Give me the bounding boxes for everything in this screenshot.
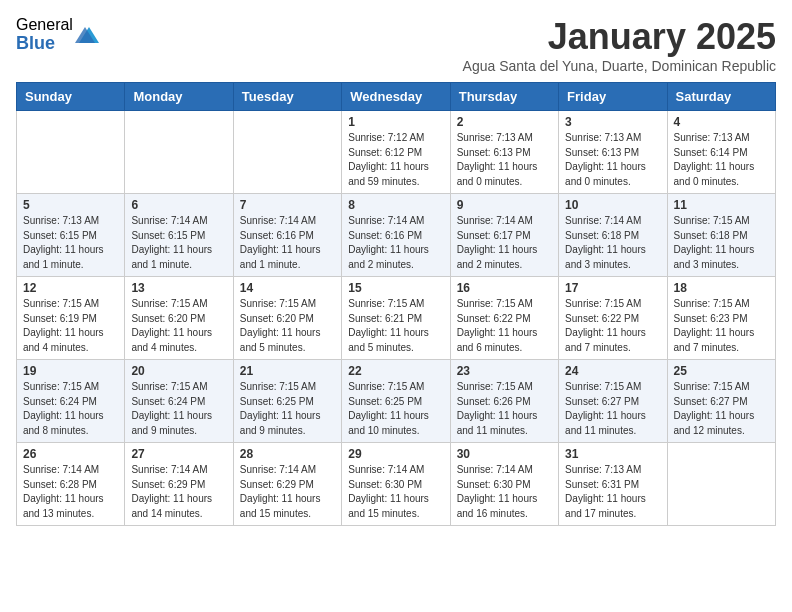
calendar-cell: 24Sunrise: 7:15 AM Sunset: 6:27 PM Dayli… xyxy=(559,360,667,443)
day-number: 3 xyxy=(565,115,660,129)
day-info: Sunrise: 7:13 AM Sunset: 6:31 PM Dayligh… xyxy=(565,463,660,521)
day-of-week-header: Thursday xyxy=(450,83,558,111)
calendar-cell: 16Sunrise: 7:15 AM Sunset: 6:22 PM Dayli… xyxy=(450,277,558,360)
calendar-cell: 25Sunrise: 7:15 AM Sunset: 6:27 PM Dayli… xyxy=(667,360,775,443)
day-number: 20 xyxy=(131,364,226,378)
day-info: Sunrise: 7:15 AM Sunset: 6:22 PM Dayligh… xyxy=(457,297,552,355)
calendar-cell: 11Sunrise: 7:15 AM Sunset: 6:18 PM Dayli… xyxy=(667,194,775,277)
calendar-cell: 19Sunrise: 7:15 AM Sunset: 6:24 PM Dayli… xyxy=(17,360,125,443)
calendar-cell: 9Sunrise: 7:14 AM Sunset: 6:17 PM Daylig… xyxy=(450,194,558,277)
day-info: Sunrise: 7:15 AM Sunset: 6:20 PM Dayligh… xyxy=(131,297,226,355)
day-number: 17 xyxy=(565,281,660,295)
day-info: Sunrise: 7:14 AM Sunset: 6:17 PM Dayligh… xyxy=(457,214,552,272)
day-of-week-header: Saturday xyxy=(667,83,775,111)
day-info: Sunrise: 7:15 AM Sunset: 6:27 PM Dayligh… xyxy=(565,380,660,438)
day-info: Sunrise: 7:14 AM Sunset: 6:16 PM Dayligh… xyxy=(240,214,335,272)
calendar-cell: 4Sunrise: 7:13 AM Sunset: 6:14 PM Daylig… xyxy=(667,111,775,194)
calendar-cell: 31Sunrise: 7:13 AM Sunset: 6:31 PM Dayli… xyxy=(559,443,667,526)
calendar-cell: 3Sunrise: 7:13 AM Sunset: 6:13 PM Daylig… xyxy=(559,111,667,194)
calendar-cell: 30Sunrise: 7:14 AM Sunset: 6:30 PM Dayli… xyxy=(450,443,558,526)
day-number: 29 xyxy=(348,447,443,461)
day-info: Sunrise: 7:13 AM Sunset: 6:14 PM Dayligh… xyxy=(674,131,769,189)
day-info: Sunrise: 7:15 AM Sunset: 6:24 PM Dayligh… xyxy=(23,380,118,438)
calendar-cell: 14Sunrise: 7:15 AM Sunset: 6:20 PM Dayli… xyxy=(233,277,341,360)
day-info: Sunrise: 7:14 AM Sunset: 6:28 PM Dayligh… xyxy=(23,463,118,521)
day-info: Sunrise: 7:15 AM Sunset: 6:26 PM Dayligh… xyxy=(457,380,552,438)
day-number: 30 xyxy=(457,447,552,461)
page-header: General Blue January 2025 Agua Santa del… xyxy=(16,16,776,74)
calendar-cell: 15Sunrise: 7:15 AM Sunset: 6:21 PM Dayli… xyxy=(342,277,450,360)
calendar-table: SundayMondayTuesdayWednesdayThursdayFrid… xyxy=(16,82,776,526)
day-info: Sunrise: 7:15 AM Sunset: 6:23 PM Dayligh… xyxy=(674,297,769,355)
day-number: 6 xyxy=(131,198,226,212)
day-number: 4 xyxy=(674,115,769,129)
day-number: 19 xyxy=(23,364,118,378)
location-subtitle: Agua Santa del Yuna, Duarte, Dominican R… xyxy=(463,58,776,74)
calendar-week-row: 12Sunrise: 7:15 AM Sunset: 6:19 PM Dayli… xyxy=(17,277,776,360)
day-number: 13 xyxy=(131,281,226,295)
day-number: 22 xyxy=(348,364,443,378)
day-number: 15 xyxy=(348,281,443,295)
calendar-week-row: 1Sunrise: 7:12 AM Sunset: 6:12 PM Daylig… xyxy=(17,111,776,194)
calendar-cell: 6Sunrise: 7:14 AM Sunset: 6:15 PM Daylig… xyxy=(125,194,233,277)
day-info: Sunrise: 7:15 AM Sunset: 6:24 PM Dayligh… xyxy=(131,380,226,438)
day-of-week-header: Tuesday xyxy=(233,83,341,111)
calendar-cell: 27Sunrise: 7:14 AM Sunset: 6:29 PM Dayli… xyxy=(125,443,233,526)
day-info: Sunrise: 7:15 AM Sunset: 6:19 PM Dayligh… xyxy=(23,297,118,355)
day-info: Sunrise: 7:13 AM Sunset: 6:13 PM Dayligh… xyxy=(565,131,660,189)
day-info: Sunrise: 7:14 AM Sunset: 6:30 PM Dayligh… xyxy=(457,463,552,521)
calendar-cell xyxy=(125,111,233,194)
day-number: 14 xyxy=(240,281,335,295)
day-info: Sunrise: 7:15 AM Sunset: 6:22 PM Dayligh… xyxy=(565,297,660,355)
calendar-cell: 29Sunrise: 7:14 AM Sunset: 6:30 PM Dayli… xyxy=(342,443,450,526)
day-info: Sunrise: 7:15 AM Sunset: 6:25 PM Dayligh… xyxy=(348,380,443,438)
calendar-cell: 21Sunrise: 7:15 AM Sunset: 6:25 PM Dayli… xyxy=(233,360,341,443)
day-info: Sunrise: 7:15 AM Sunset: 6:27 PM Dayligh… xyxy=(674,380,769,438)
title-block: January 2025 Agua Santa del Yuna, Duarte… xyxy=(463,16,776,74)
day-number: 28 xyxy=(240,447,335,461)
logo: General Blue xyxy=(16,16,99,53)
calendar-cell xyxy=(233,111,341,194)
day-number: 23 xyxy=(457,364,552,378)
day-number: 12 xyxy=(23,281,118,295)
calendar-cell: 17Sunrise: 7:15 AM Sunset: 6:22 PM Dayli… xyxy=(559,277,667,360)
calendar-cell: 28Sunrise: 7:14 AM Sunset: 6:29 PM Dayli… xyxy=(233,443,341,526)
calendar-cell: 12Sunrise: 7:15 AM Sunset: 6:19 PM Dayli… xyxy=(17,277,125,360)
day-number: 31 xyxy=(565,447,660,461)
day-number: 10 xyxy=(565,198,660,212)
day-of-week-header: Friday xyxy=(559,83,667,111)
calendar-cell: 10Sunrise: 7:14 AM Sunset: 6:18 PM Dayli… xyxy=(559,194,667,277)
day-number: 8 xyxy=(348,198,443,212)
calendar-cell xyxy=(17,111,125,194)
day-number: 26 xyxy=(23,447,118,461)
calendar-cell: 8Sunrise: 7:14 AM Sunset: 6:16 PM Daylig… xyxy=(342,194,450,277)
day-number: 25 xyxy=(674,364,769,378)
day-info: Sunrise: 7:15 AM Sunset: 6:20 PM Dayligh… xyxy=(240,297,335,355)
logo-blue: Blue xyxy=(16,34,73,54)
calendar-cell: 5Sunrise: 7:13 AM Sunset: 6:15 PM Daylig… xyxy=(17,194,125,277)
day-info: Sunrise: 7:14 AM Sunset: 6:15 PM Dayligh… xyxy=(131,214,226,272)
day-info: Sunrise: 7:12 AM Sunset: 6:12 PM Dayligh… xyxy=(348,131,443,189)
day-number: 21 xyxy=(240,364,335,378)
day-info: Sunrise: 7:14 AM Sunset: 6:16 PM Dayligh… xyxy=(348,214,443,272)
day-number: 1 xyxy=(348,115,443,129)
day-info: Sunrise: 7:14 AM Sunset: 6:30 PM Dayligh… xyxy=(348,463,443,521)
day-number: 5 xyxy=(23,198,118,212)
day-info: Sunrise: 7:15 AM Sunset: 6:25 PM Dayligh… xyxy=(240,380,335,438)
day-info: Sunrise: 7:15 AM Sunset: 6:18 PM Dayligh… xyxy=(674,214,769,272)
day-of-week-header: Wednesday xyxy=(342,83,450,111)
day-info: Sunrise: 7:14 AM Sunset: 6:29 PM Dayligh… xyxy=(131,463,226,521)
calendar-cell: 13Sunrise: 7:15 AM Sunset: 6:20 PM Dayli… xyxy=(125,277,233,360)
calendar-cell: 23Sunrise: 7:15 AM Sunset: 6:26 PM Dayli… xyxy=(450,360,558,443)
day-info: Sunrise: 7:13 AM Sunset: 6:13 PM Dayligh… xyxy=(457,131,552,189)
day-number: 11 xyxy=(674,198,769,212)
calendar-cell xyxy=(667,443,775,526)
day-number: 9 xyxy=(457,198,552,212)
day-info: Sunrise: 7:13 AM Sunset: 6:15 PM Dayligh… xyxy=(23,214,118,272)
month-title: January 2025 xyxy=(463,16,776,58)
calendar-cell: 20Sunrise: 7:15 AM Sunset: 6:24 PM Dayli… xyxy=(125,360,233,443)
logo-general: General xyxy=(16,16,73,34)
day-info: Sunrise: 7:14 AM Sunset: 6:29 PM Dayligh… xyxy=(240,463,335,521)
calendar-cell: 7Sunrise: 7:14 AM Sunset: 6:16 PM Daylig… xyxy=(233,194,341,277)
logo-icon xyxy=(75,23,99,47)
